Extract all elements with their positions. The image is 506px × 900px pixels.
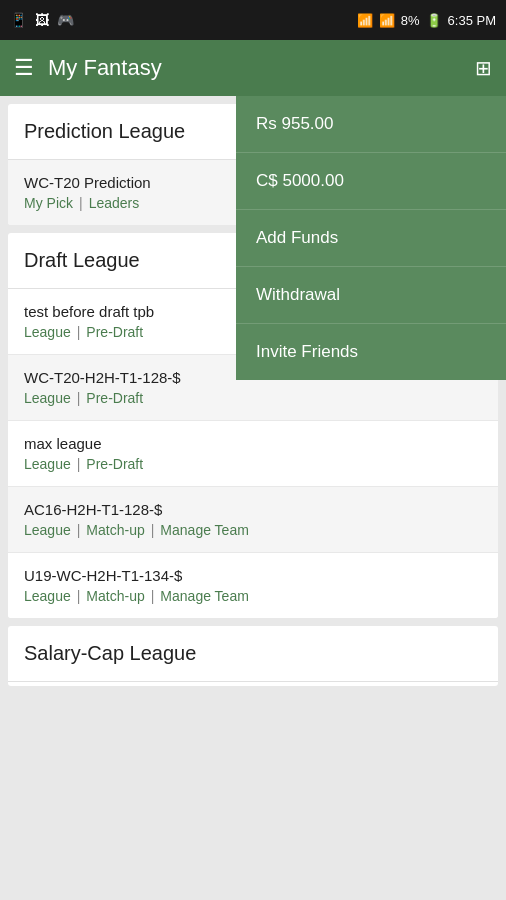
salary-cap-section: Salary-Cap League bbox=[8, 626, 498, 686]
league-links: League | Pre-Draft bbox=[24, 390, 482, 406]
test-draft-league-link[interactable]: League bbox=[24, 324, 71, 340]
top-bar: ☰ My Fantasy ⊞ bbox=[0, 40, 506, 96]
draft-league-title: Draft League bbox=[24, 249, 140, 271]
league-links: League | Pre-Draft bbox=[24, 456, 482, 472]
salary-cap-title: Salary-Cap League bbox=[24, 642, 196, 664]
app-title: My Fantasy bbox=[48, 55, 162, 81]
gamepad-icon: 🎮 bbox=[57, 12, 74, 28]
league-item-max: max league League | Pre-Draft bbox=[8, 421, 498, 487]
grid-view-icon[interactable]: ⊞ bbox=[475, 56, 492, 80]
wct20-mypick-link[interactable]: My Pick bbox=[24, 195, 73, 211]
status-bar: 📱 🖼 🎮 📶 📶 8% 🔋 6:35 PM bbox=[0, 0, 506, 40]
main-content: Rs 955.00 C$ 5000.00 Add Funds Withdrawa… bbox=[0, 96, 506, 900]
salary-cap-header: Salary-Cap League bbox=[8, 626, 498, 682]
battery-percent: 8% bbox=[401, 13, 420, 28]
wct20-leaders-link[interactable]: Leaders bbox=[89, 195, 140, 211]
ac16-league-link[interactable]: League bbox=[24, 522, 71, 538]
test-draft-predraft-link[interactable]: Pre-Draft bbox=[86, 324, 143, 340]
dropdown-add-funds[interactable]: Add Funds bbox=[236, 210, 506, 267]
signal-icon: 📶 bbox=[379, 13, 395, 28]
ac16-matchup-link[interactable]: Match-up bbox=[86, 522, 144, 538]
whatsapp-icon: 📱 bbox=[10, 12, 27, 28]
prediction-league-title: Prediction League bbox=[24, 120, 185, 142]
league-links: League | Match-up | Manage Team bbox=[24, 522, 482, 538]
league-item-ac16: AC16-H2H-T1-128-$ League | Match-up | Ma… bbox=[8, 487, 498, 553]
league-name: AC16-H2H-T1-128-$ bbox=[24, 501, 482, 518]
dropdown-menu: Rs 955.00 C$ 5000.00 Add Funds Withdrawa… bbox=[236, 96, 506, 380]
image-icon: 🖼 bbox=[35, 12, 49, 28]
u19-league-link[interactable]: League bbox=[24, 588, 71, 604]
battery-icon: 🔋 bbox=[426, 13, 442, 28]
league-item-u19: U19-WC-H2H-T1-134-$ League | Match-up | … bbox=[8, 553, 498, 618]
ac16-manage-link[interactable]: Manage Team bbox=[160, 522, 248, 538]
wifi-icon: 📶 bbox=[357, 13, 373, 28]
hamburger-menu[interactable]: ☰ bbox=[14, 55, 34, 81]
max-league-link[interactable]: League bbox=[24, 456, 71, 472]
league-name: U19-WC-H2H-T1-134-$ bbox=[24, 567, 482, 584]
status-icons-right: 📶 📶 8% 🔋 6:35 PM bbox=[357, 13, 496, 28]
u19-manage-link[interactable]: Manage Team bbox=[160, 588, 248, 604]
league-name: max league bbox=[24, 435, 482, 452]
league-links: League | Match-up | Manage Team bbox=[24, 588, 482, 604]
wct20h2h-league-link[interactable]: League bbox=[24, 390, 71, 406]
dropdown-withdrawal[interactable]: Withdrawal bbox=[236, 267, 506, 324]
dropdown-balance[interactable]: Rs 955.00 bbox=[236, 96, 506, 153]
clock: 6:35 PM bbox=[448, 13, 496, 28]
dropdown-balance-2[interactable]: C$ 5000.00 bbox=[236, 153, 506, 210]
top-bar-left: ☰ My Fantasy bbox=[14, 55, 162, 81]
wct20h2h-predraft-link[interactable]: Pre-Draft bbox=[86, 390, 143, 406]
max-predraft-link[interactable]: Pre-Draft bbox=[86, 456, 143, 472]
status-icons-left: 📱 🖼 🎮 bbox=[10, 12, 74, 28]
dropdown-invite-friends[interactable]: Invite Friends bbox=[236, 324, 506, 380]
u19-matchup-link[interactable]: Match-up bbox=[86, 588, 144, 604]
